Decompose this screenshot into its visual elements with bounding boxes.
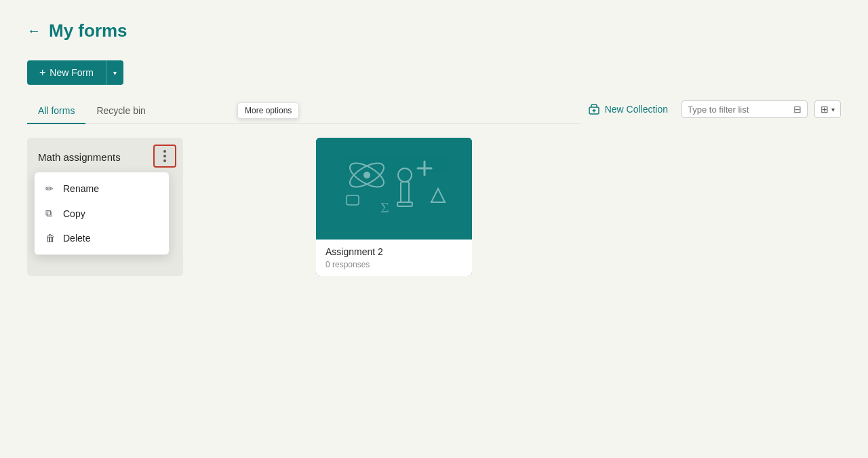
new-collection-label: New Collection [605,104,668,115]
math-card-title: Math assignments [38,151,172,163]
assignment-preview-art: Σ [326,141,462,236]
plus-icon: + [39,66,45,79]
menu-item-rename[interactable]: ✏ Rename [35,176,169,201]
copy-icon: ⧉ [45,208,56,219]
svg-text:Σ: Σ [380,199,389,216]
assignment-card-preview: Σ [316,138,472,240]
back-arrow-icon[interactable]: ← [27,23,41,39]
svg-point-8 [398,168,412,182]
chevron-down-icon: ▾ [113,69,117,77]
page-title: My forms [49,20,127,41]
filter-icon: ⊟ [793,104,802,115]
right-toolbar: New Collection ⊟ ⊞ ▾ [580,98,841,121]
math-assignments-card: Math assignments ✏ Rename [27,138,183,276]
menu-item-copy[interactable]: ⧉ Copy [35,201,169,226]
svg-point-5 [363,172,370,178]
assignment-title: Assignment 2 [326,246,462,257]
menu-item-delete[interactable]: 🗑 Delete [35,226,169,250]
delete-icon: 🗑 [45,233,56,244]
menu-copy-label: Copy [63,208,85,219]
toolbar: + New Form ▾ [27,60,841,85]
view-toggle[interactable]: ⊞ ▾ [814,100,841,118]
assignment-2-card: Σ Assignment 2 0 responses [316,138,472,276]
svg-rect-6 [401,182,409,202]
more-options-tooltip: More options [237,102,299,119]
assignment-responses: 0 responses [326,260,462,269]
menu-rename-label: Rename [63,183,99,194]
new-form-dropdown-button[interactable]: ▾ [106,60,123,85]
new-form-button[interactable]: + New Form [27,60,106,85]
page: ← My forms + New Form ▾ All forms Recycl… [0,0,868,297]
tab-all-forms[interactable]: All forms [27,98,85,124]
context-menu: ✏ Rename ⧉ Copy 🗑 Delete [34,172,170,255]
filter-input-wrapper: ⊟ [682,100,808,118]
math-card-more-button[interactable] [153,145,176,168]
three-dots-icon [163,150,166,162]
svg-rect-7 [397,202,412,206]
rename-icon: ✏ [45,183,56,194]
tab-recycle-bin[interactable]: Recycle bin [85,98,156,124]
grid-icon: ⊞ [821,104,829,115]
cards-area: Math assignments ✏ Rename [27,138,841,276]
collection-icon [587,102,601,116]
tabs-row: All forms Recycle bin More options [27,98,580,124]
view-chevron-icon: ▾ [831,106,835,113]
new-form-label: New Form [50,67,94,78]
assignment-card-body: Assignment 2 0 responses [316,240,472,276]
new-collection-button[interactable]: New Collection [580,98,675,120]
filter-input[interactable] [688,104,789,115]
svg-rect-11 [347,195,359,205]
page-header: ← My forms [27,20,841,41]
menu-delete-label: Delete [63,233,90,244]
svg-marker-12 [431,189,445,202]
